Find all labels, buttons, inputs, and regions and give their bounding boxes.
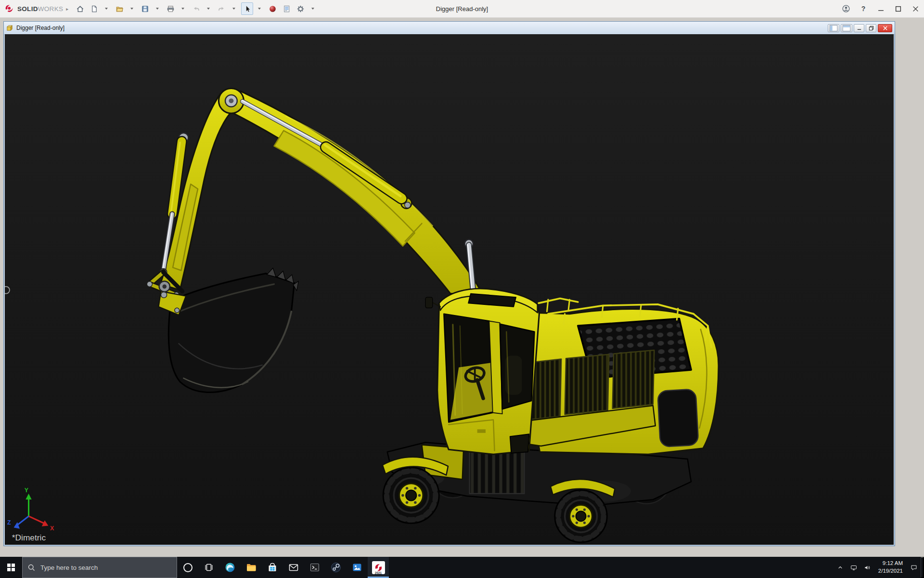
- chevron-down-icon: [207, 8, 210, 10]
- user-account-icon: [842, 4, 850, 13]
- chassis-step-grille[interactable]: [470, 451, 525, 494]
- network-button[interactable]: [847, 557, 860, 578]
- save-group: [139, 2, 163, 15]
- microsoft-store-icon: [267, 562, 278, 573]
- solidworks-year-badge: 2021: [372, 571, 385, 575]
- home-button[interactable]: [74, 2, 86, 15]
- file-explorer-button[interactable]: [241, 557, 262, 578]
- brand-wordmark: SOLIDWORKS: [17, 5, 63, 13]
- terminal-button[interactable]: [304, 557, 325, 578]
- open-button[interactable]: [114, 2, 126, 15]
- options-dropdown[interactable]: [307, 2, 318, 15]
- chevron-down-icon: [105, 8, 108, 10]
- doc-restore-button[interactable]: [866, 24, 876, 32]
- file-properties-button[interactable]: [281, 2, 293, 15]
- print-dropdown[interactable]: [177, 2, 188, 15]
- home-icon: [76, 4, 85, 13]
- taskbar-clock[interactable]: 9:12 AM 2/19/2021: [874, 560, 907, 575]
- properties-group: [281, 2, 293, 15]
- front-wheel[interactable]: [383, 467, 439, 523]
- cab[interactable]: [425, 289, 539, 454]
- system-tray: 9:12 AM 2/19/2021: [834, 557, 924, 578]
- new-document-button[interactable]: [88, 2, 100, 15]
- mail-button[interactable]: [283, 557, 304, 578]
- volume-button[interactable]: [860, 557, 874, 578]
- minimize-icon: [878, 6, 884, 12]
- appearance-sphere-icon: [268, 4, 277, 13]
- new-document-dropdown[interactable]: [100, 2, 112, 15]
- app-maximize-button[interactable]: [889, 0, 907, 17]
- steam-button[interactable]: [325, 557, 346, 578]
- triad-y-label: Y: [25, 487, 29, 494]
- start-button[interactable]: [0, 557, 22, 578]
- open-dropdown[interactable]: [126, 2, 137, 15]
- chevron-down-icon: [130, 8, 133, 10]
- solidworks-icon: 2021: [372, 561, 385, 574]
- select-tool-button[interactable]: [241, 2, 253, 15]
- app-minimize-button[interactable]: [872, 0, 889, 17]
- start-icon: [7, 564, 15, 571]
- maximize-icon: [895, 6, 901, 12]
- viewport-canvas[interactable]: Y X Z *Dimetric: [5, 34, 894, 545]
- task-view-icon: [203, 562, 215, 573]
- solidworks-app-button[interactable]: 2021: [368, 557, 389, 578]
- 3ds-logo: [4, 3, 14, 14]
- select-arrow-icon: [243, 4, 252, 13]
- appearance-button[interactable]: [267, 2, 279, 15]
- show-desktop-strip[interactable]: [921, 557, 924, 578]
- chevron-down-icon: [181, 8, 184, 10]
- new-document-icon: [90, 4, 99, 13]
- open-folder-icon: [115, 4, 124, 13]
- hidden-icons-button[interactable]: [834, 557, 847, 578]
- pane-preview-button[interactable]: [828, 24, 839, 32]
- photos-button[interactable]: [346, 557, 368, 578]
- edge-browser-icon: [224, 562, 236, 573]
- options-button[interactable]: [295, 2, 307, 15]
- document-titlebar[interactable]: Digger [Read-only]: [4, 22, 895, 35]
- doc-close-button[interactable]: [878, 24, 892, 32]
- cortana-button[interactable]: [177, 557, 198, 578]
- save-dropdown[interactable]: [151, 2, 163, 15]
- photos-icon: [351, 562, 363, 573]
- new-group: [88, 2, 112, 15]
- document-window: Digger [Read-only]: [3, 21, 895, 546]
- steam-icon: [330, 562, 342, 573]
- print-button[interactable]: [165, 2, 177, 15]
- rear-wheel[interactable]: [555, 490, 607, 542]
- redo-dropdown[interactable]: [228, 2, 239, 15]
- undo-button[interactable]: [190, 2, 202, 15]
- taskbar-search[interactable]: [22, 557, 177, 578]
- notification-center-button[interactable]: [907, 557, 921, 578]
- undo-dropdown[interactable]: [202, 2, 214, 15]
- titlebar-left-cluster: SOLIDWORKS ▸: [0, 2, 320, 15]
- doc-minimize-button[interactable]: [854, 24, 864, 32]
- search-input[interactable]: [39, 564, 172, 572]
- app-close-button[interactable]: [907, 0, 924, 17]
- brand-expand-arrow[interactable]: ▸: [66, 6, 68, 12]
- print-icon: [166, 4, 175, 13]
- redo-button[interactable]: [216, 2, 228, 15]
- mail-icon: [288, 562, 299, 573]
- orientation-label: *Dimetric: [12, 533, 46, 542]
- home-group: [74, 2, 86, 15]
- help-button[interactable]: ?: [855, 0, 872, 17]
- save-icon: [141, 4, 150, 13]
- titlebar-right-cluster: ?: [837, 0, 924, 17]
- redo-icon: [217, 4, 226, 13]
- document-window-controls: [828, 24, 892, 32]
- edge-browser-button[interactable]: [219, 557, 241, 578]
- notification-center-icon: [910, 564, 918, 572]
- microsoft-store-button[interactable]: [262, 557, 283, 578]
- rear-vent[interactable]: [657, 389, 698, 447]
- pane-split-button[interactable]: [841, 24, 852, 32]
- user-account-button[interactable]: [837, 0, 855, 17]
- cortana-icon: [183, 563, 192, 572]
- select-group: [241, 2, 265, 15]
- clock-time: 9:12 AM: [878, 560, 903, 567]
- graphics-viewport[interactable]: Y X Z *Dimetric: [5, 34, 894, 545]
- chevron-down-icon: [156, 8, 159, 10]
- clock-date: 2/19/2021: [878, 567, 903, 575]
- save-button[interactable]: [139, 2, 151, 15]
- select-tool-dropdown[interactable]: [253, 2, 265, 15]
- task-view-button[interactable]: [198, 557, 219, 578]
